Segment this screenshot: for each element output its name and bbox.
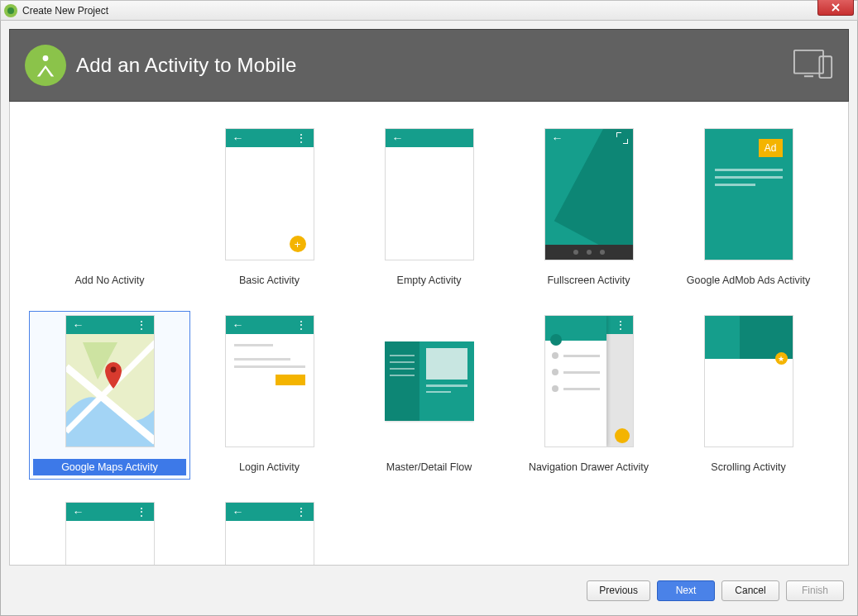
activity-thumb-basic: ←⋮ + xyxy=(225,128,314,260)
back-arrow-icon: ← xyxy=(232,131,244,145)
page-title: Add an Activity to Mobile xyxy=(76,54,296,77)
overflow-icon: ⋮ xyxy=(136,509,147,514)
activity-add-no-activity[interactable]: Add No Activity xyxy=(30,125,189,292)
overflow-icon: ⋮ xyxy=(295,322,307,327)
back-arrow-icon: ← xyxy=(552,131,563,145)
activity-thumb-scrolling: ★ xyxy=(704,315,793,447)
activity-fullscreen[interactable]: ← Fullscreen Activity xyxy=(509,125,669,292)
close-button[interactable] xyxy=(817,0,854,16)
overflow-icon: ⋮ xyxy=(615,322,626,327)
back-arrow-icon: ← xyxy=(232,318,244,332)
activity-nav-drawer[interactable]: ←⋮ Navigation Drawer Activity xyxy=(509,312,669,479)
android-studio-logo-icon xyxy=(25,45,66,86)
fullscreen-icon xyxy=(616,132,628,144)
back-arrow-icon: ← xyxy=(392,131,404,145)
finish-button: Finish xyxy=(786,580,844,601)
activity-thumb-none xyxy=(65,128,155,260)
fab-icon xyxy=(615,428,630,443)
activity-thumb-empty: ← xyxy=(385,128,474,260)
activity-scrolling[interactable]: ★ Scrolling Activity xyxy=(669,312,828,479)
device-icon xyxy=(793,49,833,83)
activity-thumb-fullscreen: ← xyxy=(544,128,634,260)
activity-thumb-master-detail xyxy=(385,315,474,447)
cancel-button[interactable]: Cancel xyxy=(721,580,779,601)
activity-thumb: ←⋮ xyxy=(65,502,155,565)
activity-label: Google Maps Activity xyxy=(33,459,186,475)
activity-label: Fullscreen Activity xyxy=(539,272,638,289)
activity-grid-scroll[interactable]: Add No Activity ←⋮ + Basic Activity ← Em… xyxy=(10,102,848,565)
overflow-icon: ⋮ xyxy=(136,322,147,327)
activity-thumb-login: ←⋮ xyxy=(225,315,314,447)
activity-item[interactable]: ←⋮ xyxy=(189,499,349,565)
window-title: Create New Project xyxy=(22,5,108,17)
activity-basic[interactable]: ←⋮ + Basic Activity xyxy=(189,125,349,292)
activity-label: Login Activity xyxy=(231,459,308,475)
activity-label: Master/Detail Flow xyxy=(378,459,481,475)
ad-badge: Ad xyxy=(759,139,783,157)
activity-label: Google AdMob Ads Activity xyxy=(678,272,818,289)
activity-label: Basic Activity xyxy=(231,272,308,289)
activity-login[interactable]: ←⋮ Login Activity xyxy=(189,312,349,479)
android-studio-icon xyxy=(4,4,17,17)
activity-label: Add No Activity xyxy=(66,272,152,289)
activity-thumb: ←⋮ xyxy=(225,502,314,565)
back-arrow-icon: ← xyxy=(73,505,84,518)
activity-thumb-maps: ←⋮ xyxy=(65,315,155,447)
activity-label: Navigation Drawer Activity xyxy=(520,459,657,475)
close-icon xyxy=(831,2,841,12)
overflow-icon: ⋮ xyxy=(295,509,307,514)
fab-icon: + xyxy=(290,236,306,252)
next-button[interactable]: Next xyxy=(657,580,715,601)
overflow-icon: ⋮ xyxy=(295,136,307,141)
content-area: Add No Activity ←⋮ + Basic Activity ← Em… xyxy=(9,102,849,566)
wizard-footer: Previous Next Cancel Finish xyxy=(9,574,849,607)
map-icon xyxy=(66,334,155,447)
star-icon: ★ xyxy=(775,352,788,365)
svg-point-6 xyxy=(110,367,116,373)
back-arrow-icon: ← xyxy=(232,505,244,518)
titlebar: Create New Project xyxy=(0,0,858,21)
activity-label: Empty Activity xyxy=(389,272,470,289)
previous-button[interactable]: Previous xyxy=(587,580,650,601)
activity-label: Scrolling Activity xyxy=(702,459,793,475)
activity-thumb-nav-drawer: ←⋮ xyxy=(544,315,634,447)
activity-google-maps[interactable]: ←⋮ G xyxy=(30,312,189,479)
activity-master-detail[interactable]: Master/Detail Flow xyxy=(349,312,509,479)
activity-thumb-admob: Ad xyxy=(704,128,793,260)
window-body: Add an Activity to Mobile Add No Activit… xyxy=(0,21,858,616)
svg-point-0 xyxy=(43,55,49,61)
activity-grid: Add No Activity ←⋮ + Basic Activity ← Em… xyxy=(30,125,828,565)
activity-empty[interactable]: ← Empty Activity xyxy=(349,125,509,292)
svg-rect-3 xyxy=(819,56,832,78)
wizard-header: Add an Activity to Mobile xyxy=(9,29,849,102)
activity-item[interactable]: ←⋮ xyxy=(30,499,189,565)
activity-admob[interactable]: Ad Google AdMob Ads Activity xyxy=(669,125,828,292)
back-arrow-icon: ← xyxy=(73,318,84,332)
